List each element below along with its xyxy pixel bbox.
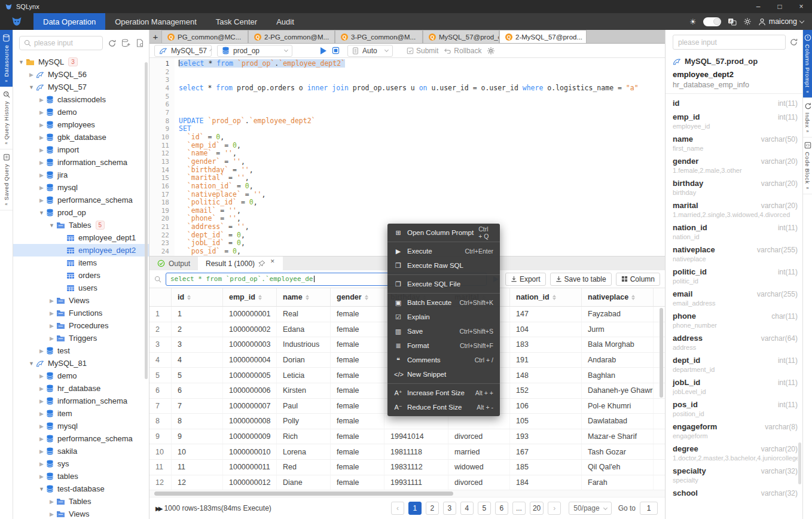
tree-item-MySQL_56[interactable]: ▶MySQL_56 <box>13 68 149 81</box>
cell-rownum[interactable]: 12 <box>149 475 172 490</box>
cell-emp_id[interactable]: 1000000005 <box>223 368 277 383</box>
cell-rownum[interactable]: 10 <box>149 444 172 459</box>
cell-emp_id[interactable]: 1000000007 <box>223 399 277 414</box>
expand-closed-icon[interactable]: ▶ <box>47 323 56 329</box>
expand-closed-icon[interactable]: ▶ <box>37 348 46 354</box>
cell-gender[interactable]: female <box>331 337 384 352</box>
cell-id[interactable]: 11 <box>172 460 223 475</box>
open-sql-file-icon[interactable] <box>136 39 144 47</box>
expand-closed-icon[interactable]: ▶ <box>37 147 46 153</box>
cell-nation_id[interactable]: 147 <box>510 307 582 322</box>
cell-nativeplace[interactable]: Farah <box>582 475 654 490</box>
expand-closed-icon[interactable]: ▶ <box>47 511 56 517</box>
tree-item-information_schema[interactable]: ▶information_schema <box>13 156 149 169</box>
expand-closed-icon[interactable]: ▶ <box>37 448 46 454</box>
cell-birthday[interactable]: 19811118 <box>384 444 448 459</box>
cell-nativeplace[interactable]: Bala Morghab <box>582 337 654 352</box>
cell-name[interactable]: Real <box>277 307 331 322</box>
field-email[interactable]: emailvarchar(255)email_address <box>673 285 798 307</box>
context-menu-item-new-snippet[interactable]: </>New Snippet <box>387 367 500 381</box>
context-menu-item-comments[interactable]: ❝CommentsCtrl + / <box>387 353 500 367</box>
next-page-button[interactable]: › <box>548 502 561 515</box>
cell-nation_id[interactable]: 167 <box>510 444 582 459</box>
page-button-3[interactable]: 3 <box>443 502 456 515</box>
expand-closed-icon[interactable]: ▶ <box>37 474 46 480</box>
expand-closed-icon[interactable]: ▶ <box>37 122 46 128</box>
cell-name[interactable]: Paul <box>277 399 331 414</box>
document-tab[interactable]: Q2-MySQL_57@prod...✕ <box>499 30 587 43</box>
tree-item-hr_database[interactable]: ▶hr_database <box>13 382 149 395</box>
cell-id[interactable]: 12 <box>172 475 223 490</box>
tree-item-orders[interactable]: orders <box>13 269 149 282</box>
cell-nation_id[interactable]: 104 <box>510 322 582 337</box>
cell-rownum[interactable]: 5 <box>149 368 172 383</box>
rail-tab-column-prompt[interactable]: Column Prompt« <box>803 30 812 98</box>
page-button-1[interactable]: 1 <box>408 502 422 515</box>
column-button[interactable]: Column <box>616 273 660 286</box>
field-emp_id[interactable]: emp_idint(11)employee_id <box>673 108 798 130</box>
document-tab[interactable]: Q2-PG_common@M... <box>248 30 335 43</box>
tree-item-test[interactable]: ▶test <box>13 344 149 357</box>
previous-page-button[interactable]: ‹ <box>391 502 404 515</box>
page-button-20[interactable]: 20 <box>530 502 544 515</box>
context-menu-item-execute-raw-sql[interactable]: ❒Execute Raw SQL <box>387 258 500 273</box>
cell-name[interactable]: Leticia <box>277 368 331 383</box>
cell-emp_id[interactable]: 1000000003 <box>223 337 277 352</box>
cell-marital[interactable]: widowed <box>448 460 510 475</box>
expand-closed-icon[interactable]: ▶ <box>37 373 46 379</box>
tree-item-mysql[interactable]: ▶mysql <box>13 420 149 432</box>
document-tab[interactable]: QPG_common@MC... <box>161 30 248 43</box>
tree-item-jira[interactable]: ▶jira <box>13 169 149 181</box>
cell-rownum[interactable]: 9 <box>149 429 172 444</box>
page-ellipsis[interactable]: ... <box>512 502 526 515</box>
database-select[interactable]: prod_op <box>217 45 292 57</box>
field-id[interactable]: idint(11) <box>673 94 798 108</box>
cell-id[interactable]: 2 <box>172 322 223 337</box>
field-marital[interactable]: maritalvarchar(20)1.married,2.single,3.w… <box>673 196 798 218</box>
column-search-input[interactable]: please input <box>673 35 786 50</box>
column-header-name[interactable]: name <box>277 288 331 306</box>
rail-tab-code-block[interactable]: Code Block» <box>803 138 812 194</box>
tree-item-performance_schema[interactable]: ▶performance_schema <box>13 432 149 445</box>
goto-page-input[interactable]: 1 <box>640 502 658 515</box>
tree-item-MySQL[interactable]: ▼MySQL3 <box>13 56 149 68</box>
field-birthday[interactable]: birthdayvarchar(20)birthday <box>673 174 798 196</box>
cell-name[interactable]: Rich <box>277 429 331 444</box>
expand-closed-icon[interactable]: ▶ <box>27 72 36 78</box>
cell-emp_id[interactable]: 1000000002 <box>223 322 277 337</box>
expand-closed-icon[interactable]: ▶ <box>37 160 46 166</box>
cell-gender[interactable]: female <box>331 399 384 414</box>
rollback-button[interactable]: Rollback <box>444 47 481 55</box>
cell-name[interactable]: Kirsten <box>277 383 331 398</box>
tree-item-items[interactable]: items <box>13 257 149 269</box>
cell-rownum[interactable]: 4 <box>149 353 172 368</box>
table-row[interactable]: 991000000009Richfemale19941014divorced19… <box>149 429 665 445</box>
cell-nation_id[interactable]: 148 <box>510 368 582 383</box>
field-school[interactable]: schoolvarchar(32) <box>673 484 798 497</box>
expand-closed-icon[interactable]: ▶ <box>37 197 46 203</box>
output-tab[interactable]: Output <box>149 257 198 270</box>
cell-nation_id[interactable]: 106 <box>510 399 582 414</box>
expand-open-icon[interactable]: ▼ <box>27 361 36 367</box>
cell-nation_id[interactable]: 193 <box>510 429 582 444</box>
cell-nativeplace[interactable]: Tash Gozar <box>582 444 654 459</box>
cell-id[interactable]: 1 <box>172 307 223 322</box>
close-tab-icon[interactable]: ✕ <box>585 33 587 41</box>
tree-item-import[interactable]: ▶import <box>13 144 149 156</box>
tree-item-information_schema[interactable]: ▶information_schema <box>13 395 149 407</box>
tree-item-item[interactable]: ▶item <box>13 407 149 420</box>
cell-birthday[interactable]: 19941014 <box>384 429 448 444</box>
cell-nativeplace[interactable]: Baghlan <box>582 368 654 383</box>
cell-marital[interactable]: divorced <box>448 429 510 444</box>
cell-gender[interactable]: female <box>331 429 384 444</box>
document-tab[interactable]: Q3-PG_common@M... <box>335 30 423 43</box>
rail-tab-query-history[interactable]: Query History« <box>0 87 13 150</box>
cell-nativeplace[interactable]: Qil Qal'eh <box>582 460 654 475</box>
context-menu-item-batch-execute[interactable]: ▣Batch ExecuteCtrl+Shift+K <box>387 295 500 310</box>
refresh-icon[interactable] <box>108 39 116 47</box>
grid-horizontal-scrollbar[interactable] <box>149 490 665 497</box>
expand-open-icon[interactable]: ▼ <box>17 59 26 65</box>
context-menu-item-open-column-prompt[interactable]: ⊞Open Column PromptCtrl + Q <box>387 225 500 240</box>
editor-settings-gear-icon[interactable] <box>487 47 495 55</box>
cell-nation_id[interactable]: 152 <box>510 383 582 398</box>
